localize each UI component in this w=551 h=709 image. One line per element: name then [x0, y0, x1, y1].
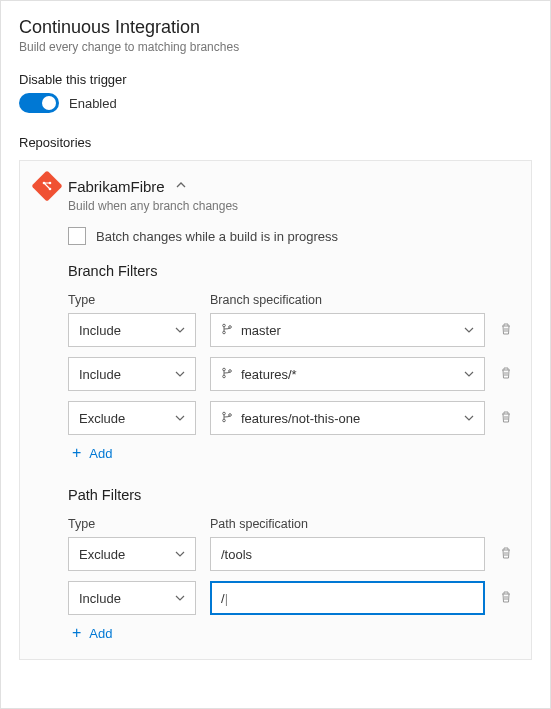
chevron-down-icon: [175, 547, 185, 562]
chevron-down-icon: [175, 411, 185, 426]
chevron-down-icon: [464, 411, 474, 426]
branch-spec-text: master: [241, 323, 456, 338]
branch-type-select[interactable]: Include: [68, 313, 196, 347]
chevron-down-icon: [464, 367, 474, 382]
delete-icon[interactable]: [499, 546, 515, 563]
plus-icon: +: [72, 445, 81, 461]
path-spec-text: /|: [221, 591, 474, 606]
chevron-down-icon: [175, 367, 185, 382]
delete-icon[interactable]: [499, 366, 515, 383]
path-type-select[interactable]: Exclude: [68, 537, 196, 571]
branch-spec-input[interactable]: master: [210, 313, 485, 347]
select-value: Exclude: [79, 547, 125, 562]
path-type-header: Type: [68, 517, 196, 531]
path-type-select[interactable]: Include: [68, 581, 196, 615]
svg-point-6: [223, 368, 226, 371]
svg-point-10: [223, 419, 226, 422]
chevron-up-icon: [175, 179, 187, 194]
select-value: Include: [79, 367, 121, 382]
plus-icon: +: [72, 625, 81, 641]
disable-trigger-label: Disable this trigger: [19, 72, 532, 87]
branch-type-select[interactable]: Include: [68, 357, 196, 391]
branch-filters-section: Branch Filters Type Branch specification…: [68, 263, 515, 461]
branch-type-select[interactable]: Exclude: [68, 401, 196, 435]
repository-card: FabrikamFibre Build when any branch chan…: [19, 160, 532, 660]
branch-filter-row: Include features/*: [68, 357, 515, 391]
branch-icon: [221, 323, 233, 338]
branch-spec-header: Branch specification: [210, 293, 515, 307]
path-spec-input[interactable]: /|: [210, 581, 485, 615]
select-value: Include: [79, 591, 121, 606]
enable-toggle[interactable]: [19, 93, 59, 113]
branch-spec-text: features/not-this-one: [241, 411, 456, 426]
add-label: Add: [89, 446, 112, 461]
svg-point-4: [223, 331, 226, 334]
select-value: Exclude: [79, 411, 125, 426]
branch-icon: [221, 411, 233, 426]
svg-point-5: [229, 325, 232, 328]
chevron-down-icon: [175, 591, 185, 606]
toggle-state-label: Enabled: [69, 96, 117, 111]
path-filter-row: Exclude /tools: [68, 537, 515, 571]
path-spec-header: Path specification: [210, 517, 515, 531]
path-filters-section: Path Filters Type Path specification Exc…: [68, 487, 515, 641]
path-spec-text: /tools: [221, 547, 474, 562]
svg-point-9: [223, 412, 226, 415]
delete-icon[interactable]: [499, 590, 515, 607]
batch-changes-checkbox[interactable]: [68, 227, 86, 245]
page-subtitle: Build every change to matching branches: [19, 40, 532, 54]
delete-icon[interactable]: [499, 410, 515, 427]
svg-point-8: [229, 369, 232, 372]
git-icon: [31, 170, 62, 201]
branch-spec-input[interactable]: features/*: [210, 357, 485, 391]
toggle-knob: [42, 96, 56, 110]
branch-filter-row: Exclude features/not-this-one: [68, 401, 515, 435]
path-filters-title: Path Filters: [68, 487, 515, 503]
add-path-filter-button[interactable]: + Add: [72, 625, 515, 641]
repository-header[interactable]: FabrikamFibre: [36, 175, 515, 197]
delete-icon[interactable]: [499, 322, 515, 339]
path-spec-input[interactable]: /tools: [210, 537, 485, 571]
batch-changes-label: Batch changes while a build is in progre…: [96, 229, 338, 244]
branch-icon: [221, 367, 233, 382]
repositories-label: Repositories: [19, 135, 532, 150]
repository-subtitle: Build when any branch changes: [68, 199, 515, 213]
branch-spec-text: features/*: [241, 367, 456, 382]
chevron-down-icon: [464, 323, 474, 338]
add-branch-filter-button[interactable]: + Add: [72, 445, 515, 461]
branch-type-header: Type: [68, 293, 196, 307]
branch-filters-title: Branch Filters: [68, 263, 515, 279]
add-label: Add: [89, 626, 112, 641]
text-cursor: |: [225, 591, 228, 606]
page-title: Continuous Integration: [19, 17, 532, 38]
svg-point-11: [229, 413, 232, 416]
branch-filter-row: Include master: [68, 313, 515, 347]
repository-name: FabrikamFibre: [68, 178, 165, 195]
svg-point-3: [223, 324, 226, 327]
svg-point-7: [223, 375, 226, 378]
chevron-down-icon: [175, 323, 185, 338]
select-value: Include: [79, 323, 121, 338]
path-filter-row: Include /|: [68, 581, 515, 615]
branch-spec-input[interactable]: features/not-this-one: [210, 401, 485, 435]
